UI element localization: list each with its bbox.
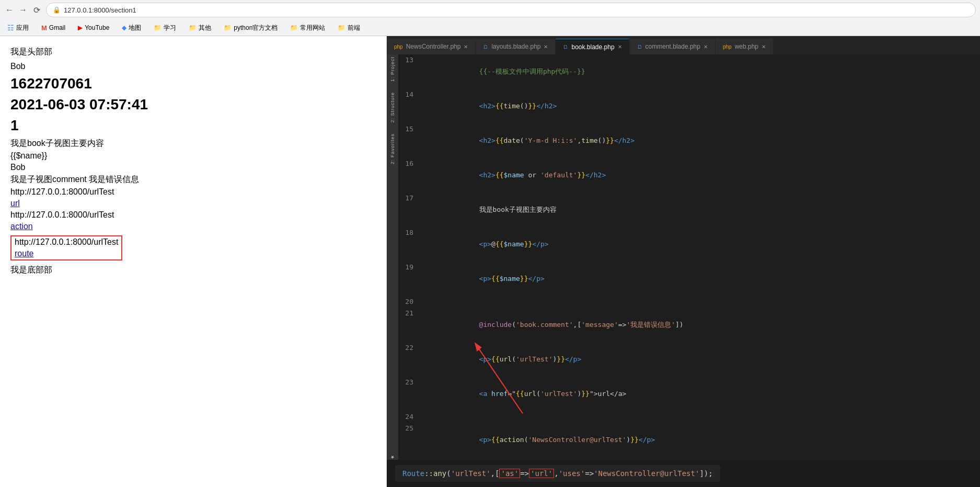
nav-buttons: ← → ⟳ [4, 5, 42, 15]
line-number: 19 [398, 262, 422, 273]
bookmark-label: 学习 [164, 24, 176, 32]
line-content: <p>@{{$name}}</p> [422, 227, 980, 262]
browser-window: ← → ⟳ 🔒 127.0.0.1:8000/section1 ☷ 应用 M G… [0, 0, 980, 487]
line-content: {{--模板文件中调用php代码--}} [422, 54, 980, 89]
folder-icon: 📁 [224, 24, 232, 31]
bookmark-label: python官方文档 [234, 24, 278, 32]
tab-book[interactable]: 🗋 book.blade.php ✕ [556, 39, 629, 54]
lock-icon: 🔒 [53, 6, 61, 14]
tab-comment[interactable]: 🗋 comment.blade.php ✕ [630, 39, 716, 54]
bookmark-label: Gmail [49, 24, 65, 31]
line-content: 我是book子视图主要内容 [422, 192, 980, 227]
bookmark-label: 其他 [199, 24, 211, 32]
youtube-icon: ▶ [78, 24, 83, 31]
page-name: Bob [10, 62, 376, 71]
left-panel: 我是头部部 Bob 1622707061 2021-06-03 07:57:41… [0, 36, 387, 487]
tab-web[interactable]: php web.php ✕ [716, 39, 774, 54]
url-display: 127.0.0.1:8000/section1 [64, 6, 969, 14]
forward-button[interactable]: → [18, 5, 28, 15]
page-book-content: 我是book子视图主要内容 [10, 138, 376, 149]
bookmark-common[interactable]: 📁 常用网站 [287, 22, 328, 33]
reload-button[interactable]: ⟳ [31, 5, 42, 15]
line-number: 14 [398, 89, 422, 100]
page-bob2: Bob [10, 163, 376, 172]
route-link[interactable]: route [15, 249, 118, 258]
tab-label: book.blade.php [571, 43, 614, 51]
code-editor: php NewsController.php ✕ 🗋 layouts.blade… [387, 36, 980, 487]
line-number: 13 [398, 54, 422, 66]
code-line-14: 14 <h2>{{time()}}</h2> [398, 89, 980, 123]
code-line-18: 18 <p>@{{$name}}</p> [398, 227, 980, 262]
bookmark-study[interactable]: 📁 学习 [151, 22, 179, 33]
structure-panel[interactable]: 2: Structure [390, 92, 395, 123]
blade-icon: 🗋 [637, 44, 642, 50]
project-panel[interactable]: 1: Project [390, 56, 395, 82]
line-content: <p>{{url('urlTest')}}</p> [422, 342, 980, 377]
url-link[interactable]: url [10, 199, 376, 208]
bookmark-label: YouTube [85, 24, 109, 31]
tab-layouts[interactable]: 🗋 layouts.blade.php ✕ [476, 39, 556, 54]
line-content: <p>{{action('NewsController@urlTest')}}<… [422, 423, 980, 457]
line-number: 18 [398, 227, 422, 239]
folder-icon: 📁 [290, 24, 298, 31]
page-name-template: {{$name}} [10, 151, 376, 161]
bottom-hint-bar: Route::any('urlTest',['as'=>'url','uses'… [387, 460, 980, 487]
page-num: 1 [10, 117, 376, 134]
tab-close[interactable]: ✕ [618, 44, 622, 50]
main-area: 我是头部部 Bob 1622707061 2021-06-03 07:57:41… [0, 36, 980, 487]
line-number: 15 [398, 123, 422, 135]
gmail-icon: M [41, 24, 47, 32]
line-content: <a href="{{action('NewsController@urlTes… [422, 457, 980, 460]
apps-icon: ☷ [7, 24, 14, 32]
code-line-19: 19 <p>{{$name}}</p> [398, 262, 980, 296]
bookmark-label: 地图 [129, 24, 141, 32]
bookmarks-bar: ☷ 应用 M Gmail ▶ YouTube ◆ 地图 📁 学习 📁 其他 [0, 20, 980, 36]
editor-tabs: php NewsController.php ✕ 🗋 layouts.blade… [387, 36, 980, 54]
bookmark-frontend[interactable]: 📁 前端 [335, 22, 363, 33]
action-link[interactable]: action [10, 222, 376, 231]
bookmark-gmail[interactable]: M Gmail [38, 23, 68, 33]
tab-close[interactable]: ✕ [762, 44, 766, 50]
page-url1: http://127.0.0.1:8000/urlTest [10, 187, 376, 197]
tab-close[interactable]: ✕ [464, 44, 468, 50]
back-button[interactable]: ← [4, 5, 15, 15]
code-line-13: 13 {{--模板文件中调用php代码--}} [398, 54, 980, 89]
line-number: 16 [398, 158, 422, 169]
bookmark-label: 常用网站 [300, 24, 325, 32]
line-content: <h2>{{$name or 'default'}}</h2> [422, 158, 980, 192]
tab-label: comment.blade.php [645, 43, 700, 50]
favorites-panel[interactable]: 2: Favorites [390, 133, 395, 164]
code-line-21: 21 @include('book.comment',['message'=>'… [398, 308, 980, 342]
line-number: 22 [398, 342, 422, 354]
code-line-16: 16 <h2>{{$name or 'default'}}</h2> [398, 158, 980, 192]
line-number: 25 [398, 423, 422, 434]
page-comment: 我是子视图comment 我是错误信息 [10, 174, 376, 185]
page-header: 我是头部部 [10, 47, 376, 58]
tab-newscontroller[interactable]: php NewsController.php ✕ [387, 39, 476, 54]
page-content: 我是头部部 Bob 1622707061 2021-06-03 07:57:41… [0, 36, 386, 487]
maps-icon: ◆ [122, 24, 126, 31]
line-number: 24 [398, 411, 422, 423]
tab-close[interactable]: ✕ [704, 44, 708, 50]
code-line-20: 20 [398, 296, 980, 308]
address-bar[interactable]: 🔒 127.0.0.1:8000/section1 [46, 3, 976, 17]
page-timestamp2: 2021-06-03 07:57:41 [10, 96, 376, 113]
bookmark-apps[interactable]: ☷ 应用 [4, 22, 32, 33]
bookmark-maps[interactable]: ◆ 地图 [119, 22, 144, 33]
bookmark-youtube[interactable]: ▶ YouTube [75, 23, 112, 32]
tab-label: NewsController.php [406, 43, 461, 50]
editor-content: 13 {{--模板文件中调用php代码--}} 14 <h2>{{time()}… [398, 54, 980, 460]
page-timestamp1: 1622707061 [10, 75, 376, 92]
line-content: @include('book.comment',['message'=>'我是错… [422, 308, 980, 342]
folder-icon: 📁 [154, 24, 162, 31]
line-content: <h2>{{time()}}</h2> [422, 89, 980, 123]
star-icon: ★ [390, 454, 395, 460]
line-number: 17 [398, 192, 422, 204]
line-content: <h2>{{date('Y-m-d H:i:s',time()}}</h2> [422, 123, 980, 158]
tab-close[interactable]: ✕ [544, 44, 548, 50]
line-number: 20 [398, 296, 422, 308]
folder-icon: 📁 [189, 24, 197, 31]
bookmark-other[interactable]: 📁 其他 [186, 22, 214, 33]
code-line-26: 26 <a href="{{action('NewsController@url… [398, 457, 980, 460]
bookmark-python[interactable]: 📁 python官方文档 [221, 22, 281, 33]
